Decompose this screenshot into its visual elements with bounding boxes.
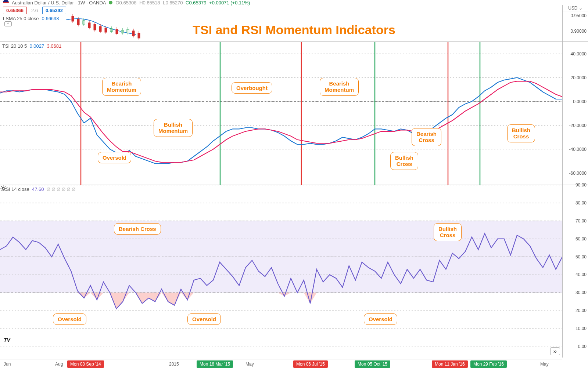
annotation: BullishCross bbox=[390, 152, 418, 170]
currency-selector[interactable]: USD bbox=[568, 6, 577, 11]
annotation: BullishCross bbox=[507, 124, 535, 142]
date-marker: Mon 29 Feb '16 bbox=[470, 360, 507, 368]
annotation: BullishMomentum bbox=[154, 119, 193, 137]
rsi-legend[interactable]: RSI 14 close 47.60 Ø Ø Ø Ø Ø Ø bbox=[2, 186, 75, 192]
chevron-down-icon: ⌄ bbox=[579, 6, 582, 11]
rsi-y-axis[interactable]: 90.0080.0070.0060.0050.0040.0030.0020.00… bbox=[562, 185, 588, 358]
ohlc-display: O0.65308 H0.65518 L0.65270 C0.65379 +0.0… bbox=[115, 0, 251, 6]
annotation: BearishCross bbox=[412, 128, 441, 146]
flag-icon bbox=[3, 0, 9, 6]
time-tick: May bbox=[245, 362, 254, 367]
price-y-axis[interactable]: USD ⌄ 0.95000 0.90000 bbox=[562, 5, 588, 41]
annotation: BearishMomentum bbox=[320, 78, 359, 96]
tsi-chart bbox=[0, 42, 562, 185]
tradingview-logo: TV bbox=[4, 337, 10, 343]
date-marker: Mon 16 Mar '15 bbox=[197, 360, 233, 368]
symbol-title[interactable]: Australian Dollar / U.S. Dollar · 1W · O… bbox=[12, 0, 106, 6]
tsi-legend[interactable]: TSI 20 10 5 0.0027 3.0681 bbox=[2, 43, 61, 49]
date-marker: Mon 05 Oct '15 bbox=[355, 360, 390, 368]
time-tick: Aug bbox=[55, 362, 63, 367]
tsi-y-axis[interactable]: 40.000020.00000.0000-20.0000-40.0000-60.… bbox=[562, 42, 588, 185]
tsi-pane[interactable]: TSI 20 10 5 0.0027 3.0681 40.000020.0000… bbox=[0, 42, 588, 185]
time-axis[interactable]: JunAug2015MayMayMon 08 Sep '14Mon 16 Mar… bbox=[0, 359, 562, 370]
time-tick: Jun bbox=[4, 362, 11, 367]
price-candles bbox=[0, 5, 562, 42]
annotation: Oversold bbox=[53, 313, 86, 325]
time-tick: 2015 bbox=[169, 362, 179, 367]
annotation: Bearish Cross bbox=[114, 223, 161, 235]
annotation: BearishMomentum bbox=[102, 78, 141, 96]
annotation: Overbought bbox=[232, 82, 272, 94]
annotation: BullishCross bbox=[434, 223, 462, 241]
price-pane[interactable]: 0.65366 2.6 0.65392 LSMA 25 0 close 0.66… bbox=[0, 5, 588, 42]
status-dot-icon bbox=[109, 1, 112, 4]
date-marker: Mon 08 Sep '14 bbox=[67, 360, 104, 368]
date-marker: Mon 06 Jul '15 bbox=[293, 360, 328, 368]
date-marker: Mon 11 Jan '16 bbox=[432, 360, 468, 368]
annotation: Oversold bbox=[364, 313, 397, 325]
symbol-header: Australian Dollar / U.S. Dollar · 1W · O… bbox=[0, 0, 588, 5]
time-tick: May bbox=[540, 362, 549, 367]
annotation: Oversold bbox=[98, 152, 131, 163]
rsi-pane[interactable]: RSI 14 close 47.60 Ø Ø Ø Ø Ø Ø 90.0080.0… bbox=[0, 185, 588, 358]
annotation: Oversold bbox=[187, 313, 221, 325]
scroll-right-button[interactable]: ›› bbox=[550, 347, 560, 355]
